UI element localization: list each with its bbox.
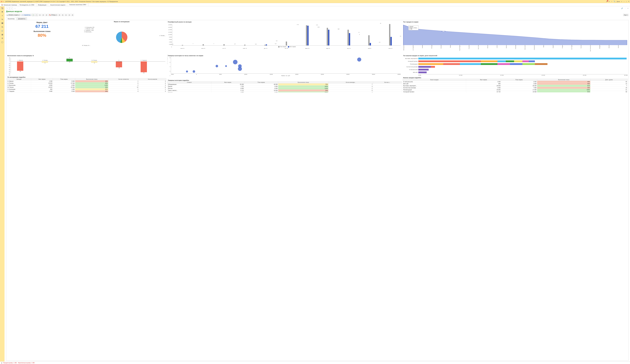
tool-btn-5[interactable]: ▦ xyxy=(61,13,64,16)
search-icon[interactable]: 🔍 xyxy=(614,1,616,2)
cat-table-title: Товарные категории подробно xyxy=(167,79,402,81)
table-row[interactable]: Выставки, мероприят...28 64435 50081%7 xyxy=(403,85,628,87)
panel-cities: Топ городов по марже Orlando Margin_Actu… xyxy=(403,21,628,54)
table-row[interactable]: Рекомендации18 03517 000106%21 xyxy=(403,89,628,91)
toolbar: 📊 Выбрать модель ▾ <·> параметры ↻ ✑ ▦ ▦… xyxy=(4,13,630,17)
cities-title: Топ городов по марже xyxy=(403,21,628,23)
channels-bar-title: Топ каналов продаж по марже, доли покупа… xyxy=(403,55,628,57)
left-sidebar: 🏠 ✱ ≡ % ☎ 🛍 🛒 ▦ ⚙ ◯ xyxy=(0,6,4,362)
table-row[interactable]: С. Сидоров3 4009 50036%43 xyxy=(7,90,166,92)
tool-btn-1[interactable]: ▦ xyxy=(38,13,41,16)
page-title: Данные модели xyxy=(4,10,630,13)
nav-forward-button[interactable]: → xyxy=(10,7,13,9)
table-row[interactable]: Люстры6 9506 000116%2 xyxy=(167,87,402,89)
tab-documents[interactable]: Документы xyxy=(17,17,27,20)
page-tab[interactable]: Информация× xyxy=(37,4,49,6)
statusbar-icon: 🖨 xyxy=(1,362,2,364)
tab-bar: 🏠 Начальная страница Путеводитель по CRM… xyxy=(0,3,630,6)
main-area: ← → ☆ 🔗 ⋮ ✕ Данные модели 📊 Выбрать моде… xyxy=(4,6,630,362)
status-bar: 🖨 Текущие вызовы: 1 366 Накопленные вызо… xyxy=(0,362,630,364)
refresh-button[interactable]: ↻ xyxy=(32,13,35,16)
sidebar-bag-icon[interactable]: 🛍 xyxy=(2,26,3,28)
table-row[interactable]: А. Попова29 92937 50080%54 xyxy=(7,82,166,84)
kpi-margin-value: 67 211 xyxy=(7,24,77,29)
page-close-icon[interactable]: ✕ xyxy=(627,7,628,9)
status-current: Текущие вызовы: 1 366 xyxy=(3,362,17,364)
sidebar-link-icon[interactable]: % xyxy=(2,18,3,20)
cities-tooltip: Orlando Margin_Actual_: 5 725 xyxy=(408,25,418,30)
table-row[interactable]: Контекстная реклама2 4507 00035%19 xyxy=(403,87,628,89)
main-menu-icon[interactable]: ≡ xyxy=(3,1,4,2)
tool-btn-6[interactable]: ▦ xyxy=(65,13,68,16)
page-favorite-icon[interactable]: ☆ xyxy=(14,7,16,9)
panel-channels: Топ каналов продаж по марже, доли покупа… xyxy=(403,55,628,92)
sidebar-globe-icon[interactable]: ◯ xyxy=(1,41,3,43)
kpi-plan-label: Выполнение плана xyxy=(7,30,77,32)
pointer-button[interactable]: ✑ xyxy=(35,13,38,16)
table-row[interactable]: Прочее7 2255 000145%4 xyxy=(167,85,402,87)
sidebar-menu-icon[interactable]: ≡ xyxy=(2,14,3,17)
tool-btn-4[interactable]: ▦ xyxy=(58,13,61,16)
page-tab[interactable]: Сквозная аналитика CRM× xyxy=(68,3,88,6)
tab-close-icon[interactable]: × xyxy=(47,4,48,6)
page-link-icon[interactable]: 🔗 xyxy=(621,7,623,9)
tab-home[interactable]: 🏠 Начальная страница xyxy=(0,3,18,6)
table-row[interactable]: Ткань и аксесс...5 71210 50054%6 xyxy=(167,89,402,92)
tool-btn-3[interactable]: ▦ xyxy=(45,13,48,16)
table-row[interactable]: М. Петров24 02225 50094%126 xyxy=(7,86,166,88)
select-model-button[interactable]: 📊 Выбрать модель ▾ xyxy=(6,14,20,16)
cat-table: СегментФакт маржаПлан маржаВыполнение пл… xyxy=(167,81,402,92)
chan-table: Канал продажФакт маржаПлан маржаВыполнен… xyxy=(403,79,628,92)
sidebar-star-icon[interactable]: ✱ xyxy=(2,11,3,13)
table-row[interactable]: Холодный прозвон15 73219 50081%40 xyxy=(403,91,628,93)
table-row[interactable]: Веб-сайт8002 00040%13 xyxy=(403,83,628,85)
table-row[interactable]: Л. Васильева6 9506 000116%23 xyxy=(7,84,166,86)
favorite-icon[interactable]: ☆ xyxy=(611,1,612,2)
settings-bars-icon[interactable]: ≡ xyxy=(621,1,622,2)
page-tab[interactable]: Аналитические модели× xyxy=(49,4,68,6)
tab-analytics[interactable]: Аналитика xyxy=(6,17,16,20)
tool-btn-2[interactable]: ▦ xyxy=(42,13,44,16)
table-row[interactable]: E-mail рассылка1 5503 50044%43 xyxy=(403,81,628,83)
mgr-table: ManagerФакт маржаПлан маржаВыполнение пл… xyxy=(7,78,166,92)
sidebar-gear-icon[interactable]: ⚙ xyxy=(2,37,3,39)
more-button[interactable]: Еще ▾ xyxy=(623,14,628,16)
history-icon[interactable]: ↻ xyxy=(609,1,610,2)
tab-close-icon[interactable]: × xyxy=(66,4,66,6)
kpi-plan-value: 80% xyxy=(7,33,77,38)
cities-area-chart xyxy=(403,24,627,45)
table-row[interactable]: Одежда4 6503 000155%4 xyxy=(167,92,402,93)
svg-point-0 xyxy=(442,31,445,32)
sidebar-cart-icon[interactable]: 🛒 xyxy=(1,30,4,32)
tool-btn-7[interactable]: ▦ xyxy=(68,13,71,16)
minimize-icon[interactable]: — xyxy=(623,1,625,2)
filters-button[interactable]: 🔖 Отборы ▾ xyxy=(48,14,58,16)
params-button[interactable]: <·> параметры xyxy=(21,14,31,16)
panel-kpi-pie: Маржа, факт 67 211 Выполнение плана 80% … xyxy=(7,21,166,54)
page-nav: ← → ☆ 🔗 ⋮ ✕ xyxy=(4,6,630,10)
tab-close-icon[interactable]: × xyxy=(86,4,87,5)
mgr-plan-title: Выполнение плана по менеджерам, % xyxy=(7,55,166,57)
table-row[interactable]: А. Иванов2 2605 00045%13 xyxy=(7,80,166,82)
sidebar-phone-icon[interactable]: ☎ xyxy=(1,22,4,24)
mgr-table-title: По менеджерам подробно xyxy=(7,76,166,78)
planfact-legend: План маржа Факт маржа xyxy=(172,46,401,47)
notifications-icon[interactable]: 🕭3 xyxy=(606,1,608,2)
maximize-icon[interactable]: □ xyxy=(626,1,627,2)
page-tab[interactable]: Путеводитель по CRM× xyxy=(18,4,37,6)
user-label[interactable]: Демо xyxy=(617,1,620,2)
panel-planfact: План/фактный анализ по месяцам 18 00016 … xyxy=(167,21,402,54)
page-menu-icon[interactable]: ⋮ xyxy=(624,7,626,9)
table-row[interactable]: Н. Кузнецова6501 00065%11 xyxy=(7,88,166,90)
sidebar-grid-icon[interactable]: ▦ xyxy=(2,33,3,35)
kpi-margin-label: Маржа, факт xyxy=(7,21,77,23)
titlebar-tools: 🕭3 ↻ ☆ 🔍 Демо ≡ — □ ✕ xyxy=(606,1,629,2)
tab-close-icon[interactable]: × xyxy=(34,4,35,6)
nav-back-button[interactable]: ← xyxy=(6,7,9,9)
pie-title: Маржа по менеджерам xyxy=(77,21,166,23)
close-window-icon[interactable]: ✕ xyxy=(628,1,629,2)
panel-mgr: Выполнение плана по менеджерам, % 20100-… xyxy=(7,55,166,92)
sidebar-home-icon[interactable]: 🏠 xyxy=(1,7,4,9)
tool-btn-8[interactable]: ▦ xyxy=(71,13,74,16)
table-row[interactable]: Оборудование35 09946 00076%7 xyxy=(167,83,402,85)
